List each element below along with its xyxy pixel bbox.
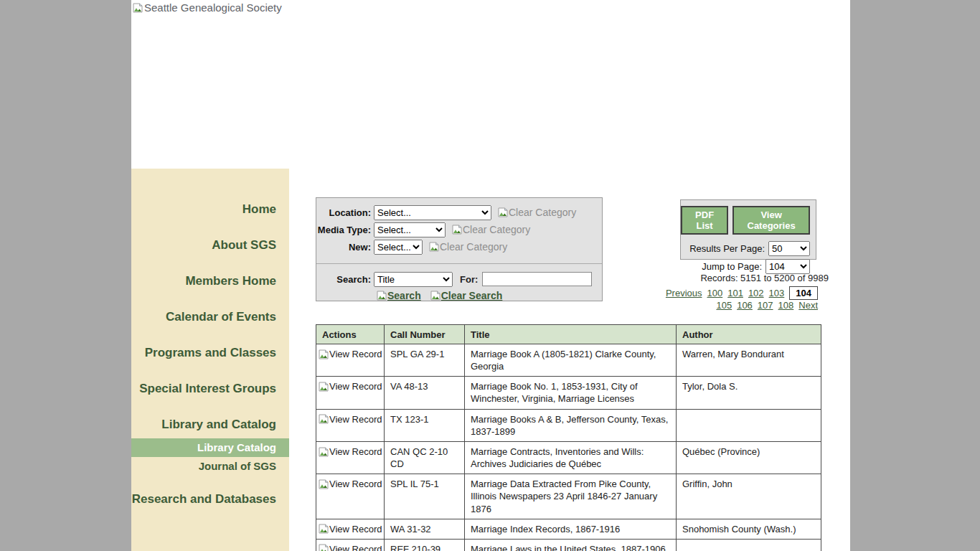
sidebar-item-programs-and-classes[interactable]: Programs and Classes	[131, 345, 289, 361]
search-field-select[interactable]: Title	[374, 272, 453, 287]
pagination-page-103[interactable]: 103	[769, 288, 785, 298]
location-label: Location:	[316, 207, 374, 218]
pagination-page-101[interactable]: 101	[727, 288, 743, 298]
view-record-link[interactable]: View Record	[318, 543, 384, 551]
pdf-list-button[interactable]: PDF List	[681, 206, 728, 235]
view-record-link[interactable]: View Record	[318, 446, 384, 458]
broken-image-icon	[428, 241, 440, 253]
sidebar-nav: HomeAbout SGSMembers HomeCalendar of Eve…	[131, 169, 289, 551]
table-row: View Record VA 48-13 Marriage Book No. 1…	[316, 377, 821, 409]
search-button-link[interactable]: Search	[376, 290, 421, 301]
site-logo-alt-text: Seattle Genealogical Society	[144, 1, 282, 14]
sidebar-item-special-interest-groups[interactable]: Special Interest Groups	[131, 381, 289, 397]
call-number-cell: REF 210-39	[385, 539, 465, 551]
sidebar-item-journal-of-sgs[interactable]: Journal of SGS	[131, 458, 289, 474]
header-title: Title	[465, 325, 677, 344]
new-select[interactable]: Select...	[374, 240, 423, 255]
site-logo-broken-image: Seattle Genealogical Society	[132, 1, 282, 14]
header-author: Author	[677, 325, 821, 344]
actions-cell: View Record	[316, 344, 385, 377]
pagination-page-104: 104	[789, 286, 818, 300]
title-cell: Marriage Contracts, Inventories and Will…	[465, 441, 677, 474]
actions-cell: View Record	[316, 474, 385, 519]
view-record-link[interactable]: View Record	[318, 413, 384, 425]
view-record-link[interactable]: View Record	[318, 380, 384, 392]
pagination-previous-link[interactable]: Previous	[666, 288, 702, 298]
pagination-page-100[interactable]: 100	[707, 288, 722, 298]
records-summary: Records: 5151 to 5200 of 9989	[603, 273, 829, 283]
broken-image-icon	[318, 479, 329, 490]
table-row: View Record WA 31-32 Marriage Index Reco…	[316, 519, 821, 539]
title-cell: Marriage Book A (1805-1821) Clarke Count…	[465, 344, 677, 377]
media-type-select[interactable]: Select...	[374, 222, 446, 237]
results-control-panel: PDF List View Categories Results Per Pag…	[680, 199, 816, 260]
view-record-link[interactable]: View Record	[318, 478, 384, 490]
pagination-page-108[interactable]: 108	[778, 300, 794, 311]
author-cell: Tylor, Dola S.	[677, 377, 821, 409]
clear-category-location-link[interactable]: Clear Category	[497, 207, 576, 218]
table-row: View Record SPL GA 29-1 Marriage Book A …	[316, 344, 821, 377]
jump-to-page-select[interactable]: 104	[765, 259, 810, 274]
title-cell: Marriage Index Records, 1867-1916	[465, 519, 677, 539]
table-header-row: Actions Call Number Title Author	[316, 325, 821, 344]
sidebar-item-members-home[interactable]: Members Home	[131, 273, 289, 289]
table-body: View Record SPL GA 29-1 Marriage Book A …	[316, 344, 821, 551]
clear-category-new-link[interactable]: Clear Category	[428, 241, 507, 253]
sidebar-item-calendar-of-events[interactable]: Calendar of Events	[131, 309, 289, 325]
actions-cell: View Record	[316, 539, 385, 551]
author-cell: Québec (Province)	[677, 441, 821, 474]
table-row: View Record SPL IL 75-1 Marriage Data Ex…	[316, 474, 821, 519]
broken-image-icon	[451, 224, 463, 235]
header-call-number: Call Number	[385, 325, 465, 344]
clear-category-media-link[interactable]: Clear Category	[451, 224, 530, 235]
for-label: For:	[460, 274, 478, 285]
broken-image-icon	[430, 290, 441, 301]
sidebar-item-about-sgs[interactable]: About SGS	[131, 237, 289, 253]
author-cell: Snohomish County (Wash.)	[677, 519, 821, 539]
search-label: Search:	[316, 274, 374, 285]
call-number-cell: TX 123-1	[385, 409, 465, 441]
pagination-page-107[interactable]: 107	[758, 300, 773, 311]
broken-image-icon	[318, 413, 329, 425]
media-type-label: Media Type:	[316, 225, 374, 235]
sidebar-item-home[interactable]: Home	[131, 202, 289, 217]
table-row: View Record TX 123-1 Marriage Books A & …	[316, 409, 821, 441]
jump-to-page-label: Jump to Page:	[702, 261, 762, 272]
results-per-page-select[interactable]: 50	[768, 241, 810, 256]
actions-cell: View Record	[316, 441, 385, 474]
sidebar-item-library-catalog[interactable]: Library Catalog	[131, 438, 289, 457]
search-term-input[interactable]	[482, 272, 592, 286]
view-record-link[interactable]: View Record	[318, 523, 384, 535]
actions-cell: View Record	[316, 519, 385, 539]
content-page: Seattle Genealogical Society HomeAbout S…	[131, 0, 850, 551]
header-actions: Actions	[316, 325, 385, 344]
title-cell: Marriage Book No. 1, 1853-1931, City of …	[465, 377, 677, 409]
location-select[interactable]: Select...	[374, 205, 491, 220]
broken-image-icon	[318, 446, 329, 458]
results-per-page-label: Results Per Page:	[689, 243, 765, 254]
author-cell: Griffin, John	[677, 474, 821, 519]
pagination-page-106[interactable]: 106	[737, 300, 753, 311]
sidebar-item-library-and-catalog[interactable]: Library and Catalog	[131, 417, 289, 433]
actions-cell: View Record	[316, 377, 385, 409]
author-cell	[677, 539, 821, 551]
pagination-page-105[interactable]: 105	[716, 300, 732, 311]
pagination-page-102[interactable]: 102	[748, 288, 764, 298]
pagination-next-link[interactable]: Next	[798, 300, 818, 311]
new-label: New:	[316, 242, 374, 253]
title-cell: Marriage Laws in the United States, 1887…	[465, 539, 677, 551]
filter-divider	[316, 263, 602, 264]
broken-image-icon	[132, 2, 143, 14]
clear-search-button-link[interactable]: Clear Search	[430, 290, 503, 301]
view-categories-button[interactable]: View Categories	[732, 206, 810, 235]
title-cell: Marriage Data Extracted From Pike County…	[465, 474, 677, 519]
search-row: Search: Title For:	[316, 270, 602, 288]
broken-image-icon	[318, 543, 329, 551]
call-number-cell: VA 48-13	[385, 377, 465, 409]
call-number-cell: CAN QC 2-10 CD	[385, 441, 465, 474]
actions-cell: View Record	[316, 409, 385, 441]
broken-image-icon	[376, 290, 387, 301]
view-record-link[interactable]: View Record	[318, 348, 384, 360]
sidebar-item-research-and-databases[interactable]: Research and Databases	[131, 491, 289, 507]
broken-image-icon	[318, 349, 329, 360]
